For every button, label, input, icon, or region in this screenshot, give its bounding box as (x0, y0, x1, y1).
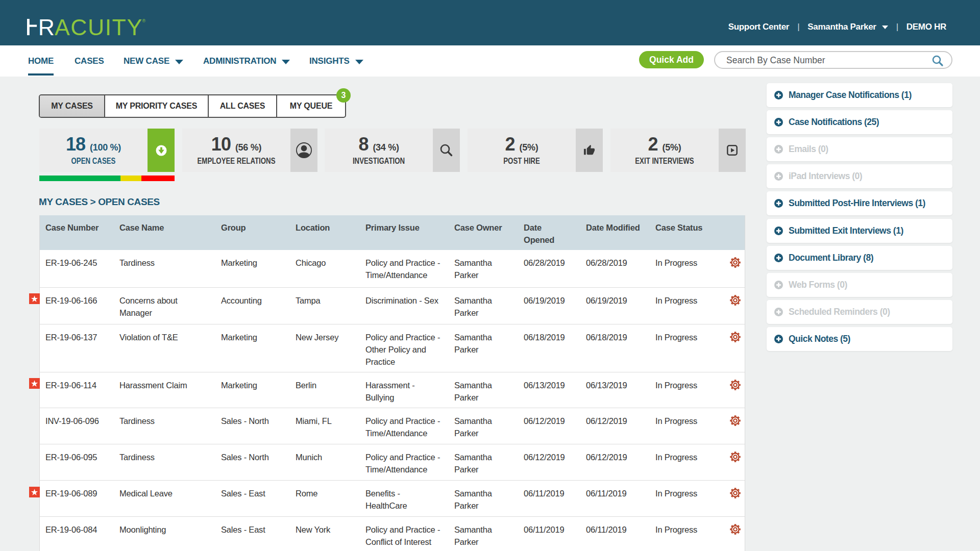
svg-text:®: ® (142, 18, 146, 23)
svg-text:R: R (38, 15, 56, 40)
svg-text:ACUITY: ACUITY (55, 15, 143, 40)
